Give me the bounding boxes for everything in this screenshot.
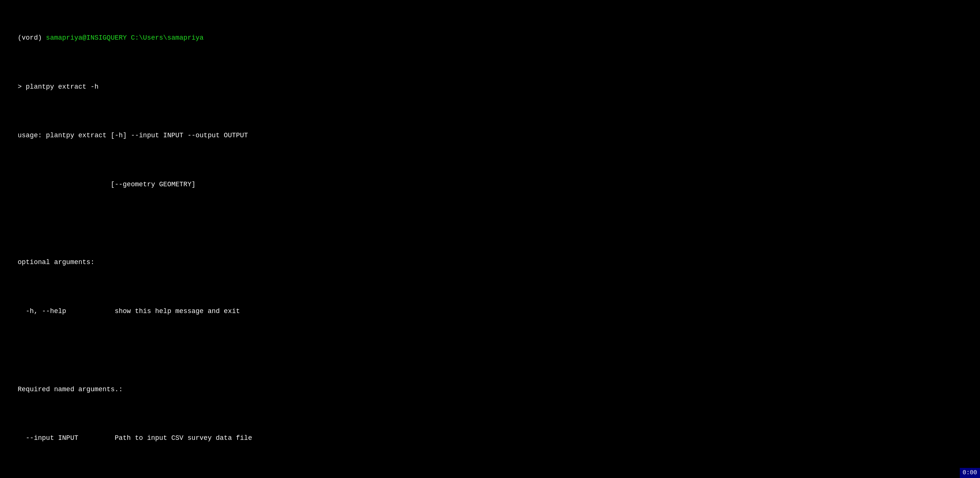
command-1: > plantpy extract -h bbox=[18, 83, 99, 91]
line-9: --output OUTPUT Path to output GeoJSON f… bbox=[2, 472, 978, 478]
line-2: > plantpy extract -h bbox=[2, 72, 978, 102]
line-5: optional arguments: bbox=[2, 248, 978, 277]
terminal-window: (vord) samapriya@INSIGQUERY C:\Users\sam… bbox=[0, 0, 980, 478]
line-8: --input INPUT Path to input CSV survey d… bbox=[2, 423, 978, 453]
blank-1 bbox=[2, 218, 978, 228]
line-1: (vord) samapriya@INSIGQUERY C:\Users\sam… bbox=[2, 23, 978, 52]
optional-args-header: optional arguments: bbox=[18, 259, 94, 266]
input-arg: --input INPUT Path to input CSV survey d… bbox=[18, 434, 252, 442]
status-time: 0:00 bbox=[963, 469, 977, 476]
required-args-header: Required named arguments.: bbox=[18, 386, 123, 393]
prompt-prefix-1: (vord) bbox=[18, 34, 46, 41]
help-arg: -h, --help show this help message and ex… bbox=[18, 307, 240, 315]
line-4: [--geometry GEOMETRY] bbox=[2, 170, 978, 199]
usage-continuation: [--geometry GEOMETRY] bbox=[18, 181, 195, 188]
blank-2 bbox=[2, 345, 978, 355]
line-7: Required named arguments.: bbox=[2, 375, 978, 404]
prompt-user-1: samapriya@INSIGQUERY C:\Users\samapriya bbox=[46, 34, 204, 41]
usage-line: usage: plantpy extract [-h] --input INPU… bbox=[18, 132, 248, 139]
status-bar: 0:00 bbox=[960, 468, 980, 478]
line-3: usage: plantpy extract [-h] --input INPU… bbox=[2, 121, 978, 150]
line-6: -h, --help show this help message and ex… bbox=[2, 297, 978, 326]
